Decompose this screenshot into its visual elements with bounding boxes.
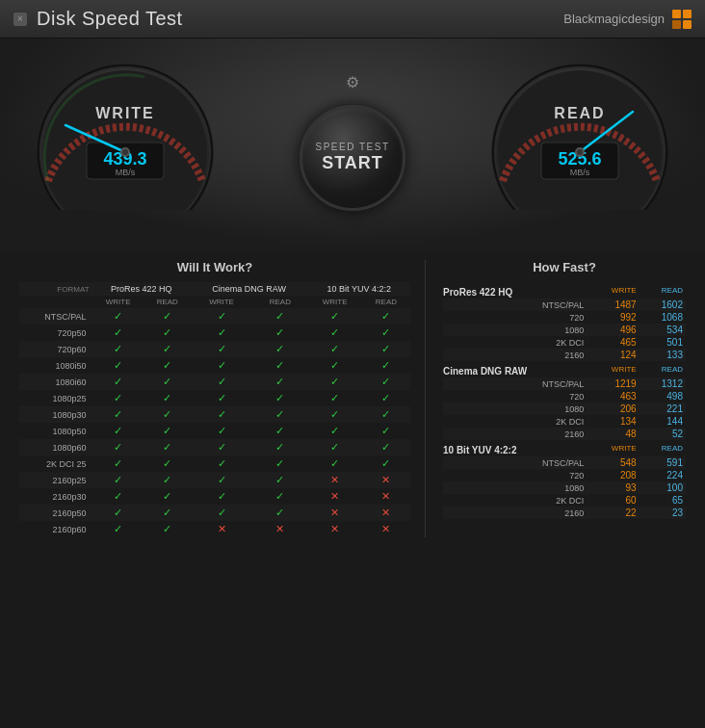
check-cell: ✓ xyxy=(191,472,252,488)
check-cell: ✓ xyxy=(144,341,191,357)
check-cell: ✓ xyxy=(92,423,144,439)
brand-area: Blackmagicdesign xyxy=(563,10,692,29)
check-icon: ✓ xyxy=(114,474,122,485)
check-cell: ✓ xyxy=(92,488,144,505)
cross-cell: ✕ xyxy=(307,521,361,537)
format-label: 720p50 xyxy=(19,325,92,341)
read-value: 100 xyxy=(640,481,686,494)
check-cell: ✓ xyxy=(362,406,410,423)
list-item: 2K DCI134144 xyxy=(443,415,686,428)
check-icon: ✓ xyxy=(275,408,284,420)
check-cell: ✓ xyxy=(252,341,307,357)
check-icon: ✓ xyxy=(218,343,226,354)
check-cell: ✓ xyxy=(252,472,307,488)
check-icon: ✓ xyxy=(114,523,122,534)
check-icon: ✓ xyxy=(218,441,226,453)
check-icon: ✓ xyxy=(330,441,339,453)
group-name: Cinema DNG RAW xyxy=(443,361,587,377)
check-icon: ✓ xyxy=(218,326,226,338)
title-bar: × Disk Speed Test Blackmagicdesign xyxy=(0,0,705,39)
yuv-header: 10 Bit YUV 4:2:2 xyxy=(307,282,410,296)
read-gauge-svg: READ 525.6 MB/s xyxy=(483,56,676,210)
cross-icon: ✕ xyxy=(330,490,339,502)
check-icon: ✓ xyxy=(275,441,284,453)
check-icon: ✓ xyxy=(218,425,226,436)
settings-icon[interactable]: ⚙ xyxy=(346,73,359,91)
check-icon: ✓ xyxy=(163,441,171,453)
check-cell: ✓ xyxy=(362,341,410,357)
brand-sq-3 xyxy=(672,20,681,29)
check-cell: ✓ xyxy=(191,505,252,521)
check-icon: ✓ xyxy=(381,457,390,469)
read-value: 498 xyxy=(640,390,686,403)
check-cell: ✓ xyxy=(252,308,307,325)
check-icon: ✓ xyxy=(381,359,390,371)
cross-cell: ✕ xyxy=(362,505,410,521)
check-icon: ✓ xyxy=(114,326,122,338)
cross-icon: ✕ xyxy=(381,523,390,534)
cross-icon: ✕ xyxy=(381,474,390,485)
read-value: 65 xyxy=(640,494,686,507)
check-cell: ✓ xyxy=(252,390,307,406)
check-icon: ✓ xyxy=(114,507,122,518)
check-cell: ✓ xyxy=(144,390,191,406)
check-icon: ✓ xyxy=(163,326,171,338)
cross-cell: ✕ xyxy=(252,521,307,537)
speed-test-button[interactable]: SPEED TEST START xyxy=(300,105,405,211)
how-fast-title: How Fast? xyxy=(443,260,686,274)
format-row-label: 2160 xyxy=(443,428,587,440)
table-row: 720p50✓✓✓✓✓✓ xyxy=(19,325,410,341)
cross-icon: ✕ xyxy=(330,507,339,518)
check-cell: ✓ xyxy=(307,423,361,439)
check-cell: ✓ xyxy=(252,488,307,505)
write-value: 992 xyxy=(587,311,639,324)
write-value: 134 xyxy=(587,415,639,428)
format-row-label: 2160 xyxy=(443,507,587,519)
list-item: NTSC/PAL548591 xyxy=(443,456,686,469)
svg-text:WRITE: WRITE xyxy=(95,105,155,121)
check-cell: ✓ xyxy=(92,406,144,423)
check-icon: ✓ xyxy=(330,326,339,338)
check-cell: ✓ xyxy=(191,325,252,341)
read-value: 1312 xyxy=(640,377,686,390)
check-icon: ✓ xyxy=(275,392,284,403)
svg-point-19 xyxy=(577,149,583,155)
center-controls: ⚙ SPEED TEST START xyxy=(300,73,405,211)
brand-sq-1 xyxy=(672,10,681,18)
check-cell: ✓ xyxy=(92,472,144,488)
close-button[interactable]: × xyxy=(13,13,27,26)
check-icon: ✓ xyxy=(163,507,171,518)
check-icon: ✓ xyxy=(381,310,390,322)
gauges-section: WRITE 439.3 MB/s ⚙ SPEED TEST START READ… xyxy=(0,39,705,250)
table-row: 1080i60✓✓✓✓✓✓ xyxy=(19,374,410,390)
check-icon: ✓ xyxy=(275,474,284,485)
check-icon: ✓ xyxy=(218,392,226,403)
check-cell: ✓ xyxy=(307,341,361,357)
cross-icon: ✕ xyxy=(381,490,390,502)
cross-cell: ✕ xyxy=(307,505,361,521)
format-row-label: 1080 xyxy=(443,403,587,415)
check-cell: ✓ xyxy=(252,374,307,390)
format-label: 2160p50 xyxy=(19,505,92,521)
speed-test-start: START xyxy=(322,153,383,174)
check-cell: ✓ xyxy=(252,406,307,423)
read-header: READ xyxy=(640,440,686,456)
format-row-label: 2K DCI xyxy=(443,415,587,428)
read-sub-2: READ xyxy=(252,296,307,308)
check-cell: ✓ xyxy=(252,455,307,472)
write-gauge-svg: WRITE 439.3 MB/s xyxy=(29,56,222,210)
subheader-row: Cinema DNG RAWWRITEREAD xyxy=(443,361,686,377)
check-cell: ✓ xyxy=(252,505,307,521)
check-cell: ✓ xyxy=(307,406,361,423)
check-icon: ✓ xyxy=(218,310,226,322)
check-icon: ✓ xyxy=(163,474,171,485)
brand-logo xyxy=(672,10,692,29)
check-icon: ✓ xyxy=(114,343,122,354)
table-row: NTSC/PAL✓✓✓✓✓✓ xyxy=(19,308,410,325)
check-icon: ✓ xyxy=(114,310,122,322)
format-label: NTSC/PAL xyxy=(19,308,92,325)
check-icon: ✓ xyxy=(218,457,226,469)
check-icon: ✓ xyxy=(114,359,122,371)
format-row-label: NTSC/PAL xyxy=(443,377,587,390)
check-icon: ✓ xyxy=(275,326,284,338)
